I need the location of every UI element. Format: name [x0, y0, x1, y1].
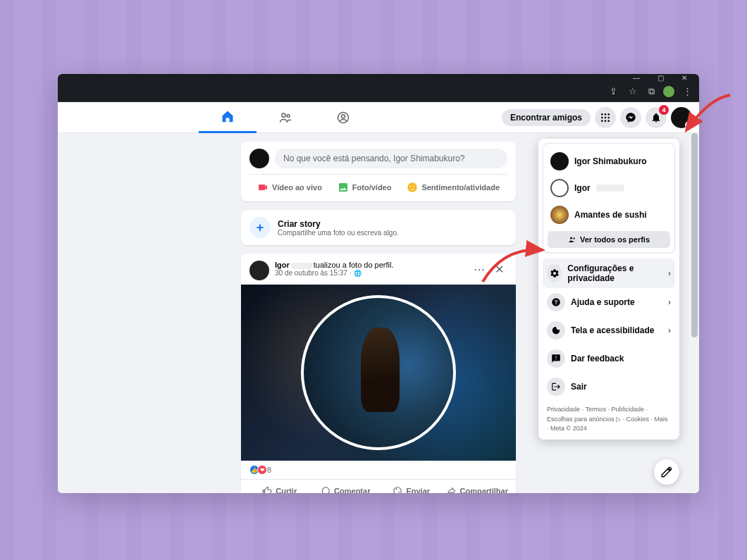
post-top-actions: ⋯ ✕: [471, 261, 507, 278]
logout-icon: [547, 378, 565, 396]
live-video-button[interactable]: Vídeo ao vivo: [252, 178, 328, 197]
composer-top-row: No que você está pensando, Igor Shimabuk…: [249, 149, 507, 168]
comment-button[interactable]: Comentar: [313, 482, 379, 493]
nav-tabs: [199, 102, 372, 133]
profile-chip[interactable]: [663, 86, 674, 97]
svg-point-10: [601, 120, 603, 122]
menu-grid-button[interactable]: [595, 107, 616, 128]
browser-menu-icon[interactable]: ⋮: [680, 85, 695, 98]
post-image[interactable]: [241, 285, 516, 461]
like-label: Curtir: [276, 487, 297, 493]
post-reactions-summary[interactable]: 👍 ❤ 8: [241, 461, 516, 479]
footer-meta: Meta © 2024: [550, 425, 587, 432]
post-header: Igortualizou a foto do perfil. 30 de out…: [241, 254, 516, 285]
post-action-bar: Curtir Comentar Enviar Compartilhar: [241, 479, 516, 493]
svg-point-9: [607, 116, 610, 118]
account-menu-button[interactable]: ⌄: [671, 107, 692, 128]
footer-cookies[interactable]: Cookies: [626, 416, 650, 423]
find-friends-button[interactable]: Encontrar amigos: [502, 109, 591, 126]
photo-icon: [338, 182, 349, 193]
app-header: Encontrar amigos 4 ⌄: [58, 102, 699, 133]
messenger-icon: [625, 112, 636, 123]
footer-privacy[interactable]: Privacidade: [547, 406, 580, 413]
share-icon: [447, 486, 457, 493]
avatar[interactable]: [249, 149, 269, 168]
avatar: [550, 206, 569, 224]
help-label: Ajuda e suporte: [571, 297, 635, 307]
send-button[interactable]: Enviar: [378, 482, 445, 493]
svg-point-1: [287, 114, 290, 117]
footer-terms[interactable]: Termos: [585, 406, 606, 413]
photo-video-button[interactable]: Foto/vídeo: [332, 178, 397, 197]
svg-point-3: [342, 114, 345, 118]
dropdown-footer: Privacidade · Termos · Publicidade · Esc…: [543, 401, 675, 435]
share-label: Compartilhar: [460, 487, 508, 493]
thumb-icon: [262, 486, 272, 493]
svg-point-0: [282, 113, 285, 117]
send-label: Enviar: [406, 487, 430, 493]
feedback-label: Dar feedback: [571, 354, 624, 363]
nav-groups-tab[interactable]: [314, 102, 372, 133]
logout-label: Sair: [571, 382, 587, 392]
svg-point-16: [394, 487, 402, 493]
feed-column: No que você está pensando, Igor Shimabuk…: [241, 142, 516, 493]
composer-card: No que você está pensando, Igor Shimabuk…: [241, 142, 516, 201]
scrollbar-track: [691, 133, 698, 493]
whatsapp-icon: [393, 486, 402, 493]
feeling-button[interactable]: Sentimento/atividade: [401, 178, 505, 197]
footer-more[interactable]: Mais: [655, 416, 668, 423]
browser-toolbar: ⇪ ☆ ⧉ ⋮: [58, 81, 699, 102]
footer-ads[interactable]: Publicidade: [611, 406, 644, 413]
chevron-right-icon: ›: [668, 297, 671, 307]
nav-friends-tab[interactable]: [257, 102, 314, 133]
comment-label: Comentar: [334, 487, 370, 493]
menu-logout[interactable]: Sair: [543, 373, 675, 401]
browser-window: ― ▢ ✕ ⇪ ☆ ⧉ ⋮ Encontrar amigos: [58, 74, 699, 493]
footer-choices[interactable]: Escolhas para anúncios: [547, 416, 615, 423]
profile-row-alt[interactable]: Igor: [548, 175, 670, 201]
svg-point-8: [605, 116, 607, 118]
reaction-icons: 👍 ❤: [249, 465, 265, 475]
like-button[interactable]: Curtir: [247, 482, 313, 493]
display-label: Tela e acessibilidade: [571, 325, 655, 335]
extensions-icon[interactable]: ⧉: [646, 85, 658, 99]
svg-point-14: [410, 186, 412, 187]
scrollbar-thumb[interactable]: [691, 133, 698, 337]
profile-photo: [301, 295, 456, 450]
svg-point-6: [607, 113, 610, 116]
create-story-card[interactable]: + Criar story Compartilhe uma foto ou es…: [241, 210, 516, 245]
avatar[interactable]: [249, 261, 269, 280]
share-icon[interactable]: ⇪: [607, 85, 620, 98]
groups-icon: [336, 111, 350, 125]
dropdown-menu: Configurações e privacidade › ? Ajuda e …: [543, 259, 675, 401]
bookmark-icon[interactable]: ☆: [626, 85, 640, 98]
profile-name-label: Igor Shimabukuro: [574, 156, 647, 166]
menu-settings-privacy[interactable]: Configurações e privacidade ›: [543, 259, 675, 288]
profile-row-page[interactable]: Amantes de sushi: [548, 201, 670, 228]
menu-display-accessibility[interactable]: Tela e acessibilidade ›: [543, 316, 675, 344]
feedback-icon: [547, 349, 565, 368]
share-button[interactable]: Compartilhar: [445, 482, 511, 493]
notification-badge: 4: [659, 105, 669, 115]
messenger-button[interactable]: [620, 107, 641, 128]
chevron-right-icon: ›: [668, 268, 671, 278]
svg-point-13: [408, 182, 417, 192]
post-card: Igortualizou a foto do perfil. 30 de out…: [241, 254, 516, 493]
profile-row-main[interactable]: Igor Shimabukuro: [548, 148, 670, 175]
menu-feedback[interactable]: Dar feedback: [543, 344, 675, 373]
video-icon: [257, 182, 268, 193]
globe-icon: 🌐: [354, 270, 362, 277]
avatar: [550, 152, 569, 170]
notifications-button[interactable]: 4: [646, 107, 667, 128]
composer-input[interactable]: No que você está pensando, Igor Shimabuk…: [275, 149, 507, 168]
story-subtitle: Compartilhe uma foto ou escreva algo.: [278, 229, 399, 237]
see-all-profiles-button[interactable]: Ver todos os perfis: [548, 231, 670, 248]
reaction-count: 8: [267, 466, 271, 474]
compose-fab[interactable]: [654, 459, 679, 485]
post-close-button[interactable]: ✕: [490, 261, 507, 278]
post-more-button[interactable]: ⋯: [471, 261, 488, 278]
svg-point-17: [570, 237, 572, 239]
menu-help-support[interactable]: ? Ajuda e suporte ›: [543, 288, 675, 316]
nav-home-tab[interactable]: [199, 102, 257, 133]
see-all-label: Ver todos os perfis: [580, 235, 650, 244]
